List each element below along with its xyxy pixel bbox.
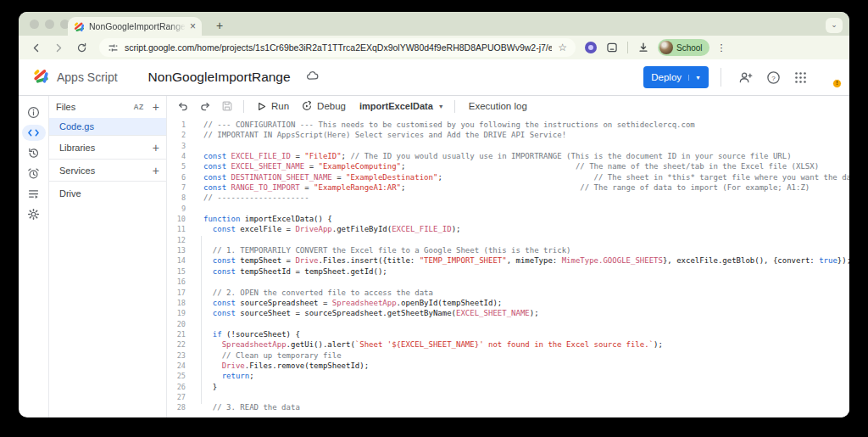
code-line[interactable]: 25 return;	[167, 371, 849, 381]
code-line[interactable]: 19 const sourceSheet = sourceSpreadsheet…	[167, 308, 849, 318]
extension-avatar-icon[interactable]	[585, 42, 597, 53]
header-separator	[721, 68, 721, 87]
debug-button[interactable]: Debug	[301, 100, 346, 112]
services-section[interactable]: Services +	[49, 160, 166, 181]
apps-script-logo[interactable]	[33, 68, 49, 87]
add-library-icon[interactable]: +	[153, 142, 159, 154]
tab-title: NonGoogleImportRange - Pro	[89, 21, 186, 31]
libraries-section[interactable]: Libraries +	[49, 136, 166, 159]
deploy-dropdown-icon[interactable]: ▼	[688, 75, 701, 81]
minimize-window-button[interactable]	[45, 20, 54, 29]
code-line[interactable]: 12	[167, 235, 849, 245]
code-line[interactable]: 21 if (!sourceSheet) {	[167, 329, 849, 339]
line-number: 4	[167, 151, 186, 161]
line-number: 5	[167, 161, 186, 171]
code-line[interactable]: 17 // 2. OPEN the converted file to acce…	[167, 288, 849, 298]
sidebar-item-overview[interactable]	[22, 102, 46, 122]
browser-profile-chip[interactable]: School	[658, 39, 709, 56]
deploy-button[interactable]: Deploy ▼	[643, 66, 709, 88]
browser-tab[interactable]: NonGoogleImportRange - Pro ×	[68, 17, 202, 36]
code-line[interactable]: 1// --- CONFIGURATION --- This needs to …	[167, 120, 849, 130]
code-line[interactable]: 7const RANGE_TO_IMPORT = "ExampleRangeA1…	[167, 182, 849, 193]
reload-icon[interactable]	[76, 42, 87, 53]
close-tab-icon[interactable]: ×	[190, 21, 196, 31]
google-apps-grid-icon[interactable]	[794, 71, 807, 84]
files-panel-title: Files	[56, 102, 133, 112]
sidebar-item-editor[interactable]	[22, 125, 46, 141]
code-line[interactable]: 23 // Clean up temporary file	[167, 350, 849, 361]
libraries-label: Libraries	[59, 143, 153, 153]
line-number: 19	[167, 308, 186, 318]
code-line[interactable]: 26 }	[167, 382, 849, 392]
forward-icon[interactable]	[53, 42, 64, 53]
undo-icon[interactable]	[177, 100, 189, 112]
add-service-icon[interactable]: +	[153, 165, 159, 176]
code-line[interactable]: 13 // 1. TEMPORARILY CONVERT the Excel f…	[167, 245, 849, 255]
app-header: Apps Script NonGoogleImportRange Deploy …	[19, 59, 849, 95]
sidebar-item-triggers[interactable]	[22, 163, 46, 183]
close-window-button[interactable]	[30, 20, 39, 29]
line-number: 23	[167, 350, 186, 361]
code-line[interactable]: 11 const excelFile = DriveApp.getFileByI…	[167, 224, 849, 234]
sidebar-item-settings[interactable]	[22, 204, 46, 224]
code-line[interactable]: 18 const sourceSpreadsheet = Spreadsheet…	[167, 298, 849, 308]
code-line[interactable]: 27	[167, 392, 849, 402]
redo-icon[interactable]	[199, 100, 211, 112]
svg-text:?: ?	[771, 74, 776, 81]
code-line[interactable]: 2// IMPORTANT IN AppsScript(Here) Select…	[167, 130, 849, 140]
code-line[interactable]: 4const EXCEL_FILE_ID = "FileID"; // The …	[167, 151, 849, 161]
sidebar-item-project-history[interactable]	[22, 143, 46, 163]
url-bar[interactable]: script.google.com/home/projects/1s1Cr69b…	[99, 38, 576, 57]
tab-search-chevron-icon[interactable]: ⌄	[826, 18, 843, 33]
code-line[interactable]: 20	[167, 319, 849, 329]
line-number: 10	[167, 214, 186, 224]
profile-name: School	[676, 43, 703, 53]
line-number: 15	[167, 266, 186, 277]
code-line[interactable]: 10function importExcelData() {	[167, 214, 849, 224]
chrome-menu-icon[interactable]: ⋮	[717, 42, 726, 53]
line-number: 9	[167, 204, 186, 214]
code-line[interactable]: 8// --------------------	[167, 193, 849, 203]
code-line[interactable]: 9	[167, 204, 849, 214]
url-text[interactable]: script.google.com/home/projects/1s1Cr69b…	[125, 42, 552, 53]
site-settings-tune-icon[interactable]	[108, 42, 119, 53]
download-icon[interactable]	[637, 42, 649, 53]
code-line[interactable]: 28 // 3. READ the data	[167, 402, 849, 412]
code-editor[interactable]: 1// --- CONFIGURATION --- This needs to …	[167, 116, 849, 417]
side-panel-icon[interactable]	[606, 42, 618, 53]
project-title[interactable]: NonGoogleImportRange	[148, 70, 291, 85]
help-icon[interactable]: ?	[766, 70, 781, 85]
share-add-person-icon[interactable]	[738, 70, 753, 85]
back-icon[interactable]	[31, 42, 42, 53]
navbar-separator	[627, 42, 628, 53]
account-avatar[interactable]: !	[821, 68, 839, 87]
code-line[interactable]: 15 const tempSheetId = tempSheet.getId()…	[167, 266, 849, 277]
service-item-drive[interactable]: Drive	[49, 182, 166, 205]
file-item-codegs[interactable]: Code.gs	[49, 118, 166, 135]
deploy-label: Deploy	[651, 72, 682, 82]
new-tab-button[interactable]: +	[212, 19, 227, 34]
execution-log-button[interactable]: Execution log	[469, 101, 527, 111]
add-file-icon[interactable]: +	[153, 101, 159, 113]
line-number: 18	[167, 298, 186, 308]
line-number: 25	[167, 371, 186, 381]
bookmark-star-icon[interactable]: ☆	[558, 42, 567, 53]
code-line[interactable]: 16	[167, 277, 849, 287]
function-selector[interactable]: importExcelData ▼	[359, 101, 444, 111]
code-line[interactable]: 5const EXCEL_SHEET_NAME = "ExampleComput…	[167, 161, 849, 171]
function-selector-value: importExcelData	[359, 101, 433, 111]
code-line[interactable]: 3	[167, 141, 849, 151]
brand-name[interactable]: Apps Script	[57, 70, 118, 84]
code-line[interactable]: 14 const tempSheet = Drive.Files.insert(…	[167, 255, 849, 266]
indent-guide	[201, 236, 202, 404]
line-number: 22	[167, 339, 186, 350]
code-line[interactable]: 6const DESTINATION_SHEET_NAME = "Example…	[167, 172, 849, 182]
code-line[interactable]: 22 SpreadsheetApp.getUi().alert(`Sheet '…	[167, 339, 849, 350]
line-number: 13	[167, 245, 186, 255]
sort-az-icon[interactable]: AZ	[133, 103, 143, 111]
save-project-icon	[221, 100, 233, 112]
run-button[interactable]: Run	[256, 101, 289, 112]
code-line[interactable]: 24 Drive.Files.remove(tempSheetId);	[167, 361, 849, 371]
sidebar-item-executions[interactable]	[22, 183, 46, 204]
apps-script-favicon	[74, 21, 85, 32]
